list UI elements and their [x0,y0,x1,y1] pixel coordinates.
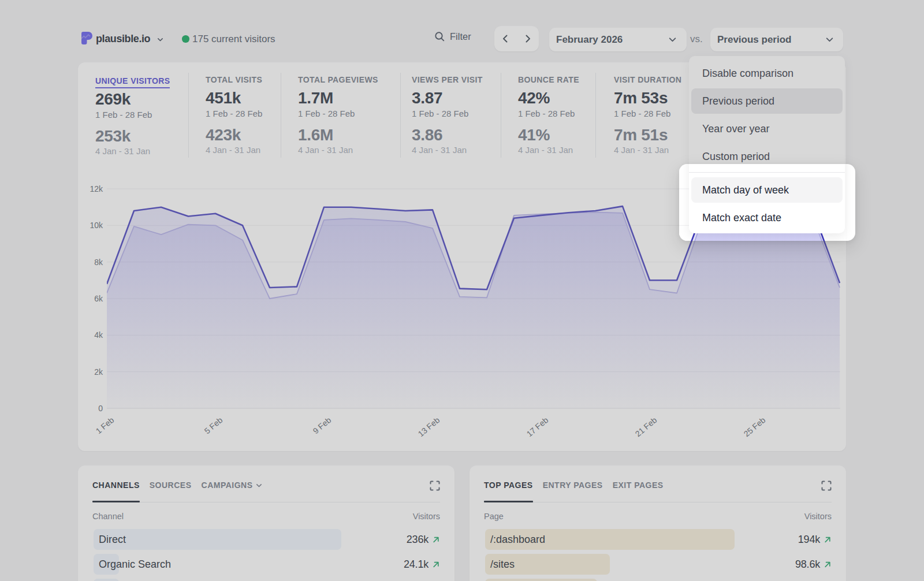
comparison-menu: Disable comparisonPrevious periodYear ov… [689,164,845,233]
spotlight-content: 02k4k6k8k10k12k1 Feb5 Feb9 Feb13 Feb17 F… [679,164,855,241]
dim-overlay [0,0,924,581]
spotlight-panel: 02k4k6k8k10k12k1 Feb5 Feb9 Feb13 Feb17 F… [679,164,855,241]
menu-item-custom-period[interactable]: Custom period [691,164,843,169]
menu-divider [689,172,845,173]
menu-item-match-day-of-week[interactable]: Match day of week [691,177,843,203]
menu-item-match-exact-date[interactable]: Match exact date [691,205,843,230]
plausible-dashboard: plausible.io 175 current visitors Filter… [0,0,924,581]
